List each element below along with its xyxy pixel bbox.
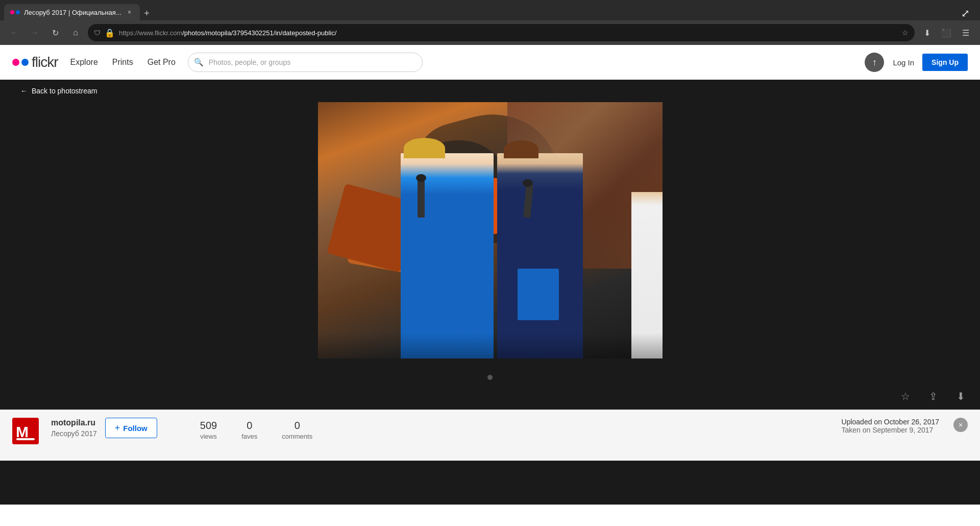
- nav-links: Explore Prints Get Pro: [70, 58, 176, 67]
- svg-text:M: M: [16, 423, 29, 440]
- browser-chrome: Лесоруб 2017 | Официальная... × + ← → ↻ …: [0, 0, 980, 45]
- new-tab-button[interactable]: +: [140, 6, 154, 20]
- username: motopila.ru: [51, 418, 97, 427]
- browser-tab-bar: Лесоруб 2017 | Официальная... × +: [0, 0, 980, 20]
- download-icon[interactable]: ⬇: [919, 25, 935, 41]
- comments-label: comments: [282, 433, 312, 440]
- main-photo: [318, 102, 663, 358]
- address-text: https://www.flickr.com/photos/motopila/3…: [119, 29, 898, 37]
- search-input[interactable]: [188, 53, 423, 72]
- upload-meta: Uploaded on October 26, 2017 Taken on Se…: [842, 418, 939, 434]
- woman-mic-head: [416, 174, 426, 182]
- page-content: flickr Explore Prints Get Pro 🔍 ↑ Log In…: [0, 45, 980, 505]
- upload-button[interactable]: ↑: [864, 52, 885, 73]
- flickr-logo[interactable]: flickr: [12, 54, 58, 70]
- follow-button[interactable]: + Follow: [105, 418, 157, 438]
- user-subtitle: Лесоруб 2017: [51, 429, 97, 438]
- logo-text: flickr: [32, 54, 58, 70]
- prints-link[interactable]: Prints: [112, 58, 133, 67]
- photo-action-bar: ☆ ⇪ ⬇: [0, 386, 980, 410]
- forward-button[interactable]: →: [27, 25, 43, 41]
- logo-dot-blue: [21, 59, 29, 66]
- person-woman: [401, 153, 494, 358]
- toolbar-right: ⬇ ⬛ ☰: [919, 25, 974, 41]
- woman-mic: [418, 179, 425, 218]
- views-stat: 509 views: [200, 420, 217, 440]
- address-bar[interactable]: 🛡 🔒 https://www.flickr.com/photos/motopi…: [88, 24, 915, 41]
- extensions-icon[interactable]: ⬛: [938, 25, 954, 41]
- views-label: views: [200, 433, 217, 440]
- favorite-button[interactable]: ☆: [896, 387, 915, 405]
- comments-stat: 0 comments: [282, 420, 312, 440]
- back-link-text: Back to photostream: [32, 87, 97, 95]
- flickr-navbar: flickr Explore Prints Get Pro 🔍 ↑ Log In…: [0, 45, 980, 80]
- man-mic-head: [523, 179, 533, 187]
- back-to-photostream-link[interactable]: ← Back to photostream: [10, 80, 107, 102]
- photo-area: [0, 102, 980, 369]
- taken-date: Taken on September 9, 2017: [842, 426, 939, 434]
- photo-stats: 509 views 0 faves 0 comments: [200, 418, 312, 440]
- plus-icon: +: [115, 423, 120, 434]
- avatar-logo-svg: M: [12, 418, 39, 444]
- home-button[interactable]: ⌂: [67, 25, 84, 41]
- address-path: /photos/motopila/37954302251/in/datepost…: [182, 29, 336, 37]
- security-shield-icon: 🛡: [94, 29, 101, 37]
- getpro-link[interactable]: Get Pro: [148, 58, 176, 67]
- nav-dot: [487, 375, 493, 380]
- photo-nav-indicator: [0, 369, 980, 386]
- woman-hair: [404, 138, 445, 158]
- user-avatar: M: [12, 418, 39, 444]
- download-button[interactable]: ⬇: [951, 387, 970, 405]
- browser-toolbar: ← → ↻ ⌂ 🛡 🔒 https://www.flickr.com/photo…: [0, 20, 980, 45]
- man-hair: [504, 140, 538, 158]
- info-bar: M motopila.ru Лесоруб 2017 + Follow 509 …: [0, 410, 980, 461]
- person-man: [497, 153, 583, 358]
- user-info: motopila.ru Лесоруб 2017: [51, 418, 97, 438]
- upload-meta-section: Uploaded on October 26, 2017 Taken on Se…: [842, 418, 968, 434]
- back-arrow-icon: ←: [20, 87, 28, 95]
- photo-page: ← Back to photostream ⤢: [0, 80, 980, 410]
- follow-section: motopila.ru Лесоруб 2017 + Follow: [51, 418, 157, 438]
- upload-icon: ↑: [865, 53, 884, 72]
- browser-tab-active[interactable]: Лесоруб 2017 | Официальная... ×: [4, 4, 140, 20]
- back-button[interactable]: ←: [6, 25, 22, 41]
- faves-stat: 0 faves: [241, 420, 257, 440]
- upload-date: Uploaded on October 26, 2017: [842, 418, 939, 426]
- refresh-button[interactable]: ↻: [47, 25, 63, 41]
- faves-value: 0: [247, 420, 252, 432]
- views-value: 509: [200, 420, 217, 432]
- bookmark-icon[interactable]: ☆: [902, 29, 909, 37]
- follow-label: Follow: [123, 424, 148, 433]
- close-button[interactable]: ×: [953, 418, 968, 432]
- account-icon[interactable]: ☰: [958, 25, 974, 41]
- photo-bottom-fade: [318, 333, 663, 358]
- search-icon: 🔍: [194, 58, 204, 67]
- logo-dot-pink: [12, 59, 19, 66]
- svg-rect-2: [16, 438, 35, 440]
- tab-title: Лесоруб 2017 | Официальная...: [24, 9, 121, 16]
- comments-value: 0: [295, 420, 300, 432]
- favicon: [10, 10, 20, 14]
- faves-label: faves: [241, 433, 257, 440]
- expand-button[interactable]: ⤢: [961, 7, 970, 19]
- nav-right: ↑ Log In Sign Up: [864, 52, 968, 73]
- explore-link[interactable]: Explore: [70, 58, 98, 67]
- logo-dots: [12, 59, 29, 66]
- tab-close-button[interactable]: ×: [126, 8, 134, 16]
- login-button[interactable]: Log In: [893, 58, 914, 67]
- address-lock-icon: 🔒: [105, 28, 115, 38]
- share-button[interactable]: ⇪: [924, 387, 942, 405]
- address-prefix: https://www.flickr.com: [119, 29, 182, 37]
- signup-button[interactable]: Sign Up: [922, 54, 968, 71]
- search-bar-container: 🔍: [188, 53, 423, 72]
- man-clipboard: [518, 269, 559, 320]
